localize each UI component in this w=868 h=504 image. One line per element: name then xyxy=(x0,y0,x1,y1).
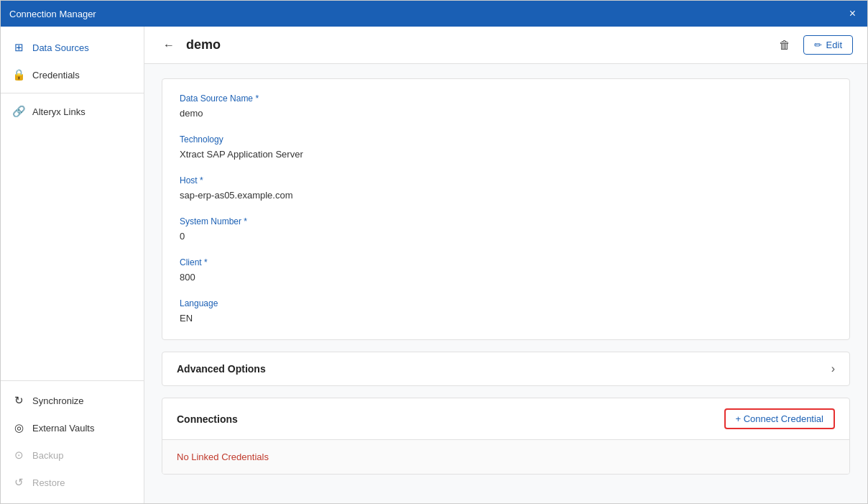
field-label-system-number: System Number * xyxy=(180,216,832,226)
sidebar: ⊞ Data Sources 🔒 Credentials 🔗 Alteryx L… xyxy=(1,27,144,503)
content-body: Data Source Name * demo Technology Xtrac… xyxy=(144,64,867,503)
sidebar-label-alteryx-links: Alteryx Links xyxy=(32,106,86,117)
edit-label: Edit xyxy=(826,40,842,50)
sidebar-label-data-sources: Data Sources xyxy=(32,42,89,53)
content-area: ← demo 🗑 ✏ Edit Dat xyxy=(144,27,867,503)
sidebar-item-restore: ↺ Restore xyxy=(1,469,144,496)
delete-icon: 🗑 xyxy=(779,39,790,51)
sidebar-item-external-vaults[interactable]: ◎ External Vaults xyxy=(1,414,144,441)
sidebar-item-backup: ⊙ Backup xyxy=(1,441,144,469)
sidebar-item-data-sources[interactable]: ⊞ Data Sources xyxy=(1,34,144,61)
field-value-name: demo xyxy=(180,106,832,120)
header-right: 🗑 ✏ Edit xyxy=(773,35,853,55)
field-label-name: Data Source Name * xyxy=(180,93,832,104)
field-group-host: Host * sap-erp-as05.example.com xyxy=(180,175,832,202)
content-header: ← demo 🗑 ✏ Edit xyxy=(144,27,867,64)
backup-icon: ⊙ xyxy=(12,449,25,462)
sidebar-top-group: ⊞ Data Sources 🔒 Credentials 🔗 Alteryx L… xyxy=(1,34,144,380)
back-button[interactable]: ← xyxy=(159,37,179,53)
field-label-host: Host * xyxy=(180,175,832,185)
connections-body: No Linked Credentials xyxy=(162,440,849,474)
field-group-name: Data Source Name * demo xyxy=(180,93,832,120)
field-group-language: Language EN xyxy=(180,298,832,325)
sidebar-item-credentials[interactable]: 🔒 Credentials xyxy=(1,61,144,88)
sidebar-label-external-vaults: External Vaults xyxy=(32,423,94,434)
connections-title: Connections xyxy=(177,413,238,425)
title-bar: Connection Manager × xyxy=(1,1,867,27)
advanced-options-row[interactable]: Advanced Options › xyxy=(162,352,850,386)
delete-button[interactable]: 🗑 xyxy=(773,36,796,55)
sidebar-label-restore: Restore xyxy=(32,477,65,488)
field-value-client: 800 xyxy=(180,270,832,284)
synchronize-icon: ↻ xyxy=(12,394,25,407)
field-label-language: Language xyxy=(180,298,832,308)
field-group-system-number: System Number * 0 xyxy=(180,216,832,243)
sidebar-item-synchronize[interactable]: ↻ Synchronize xyxy=(1,387,144,414)
field-value-language: EN xyxy=(180,311,832,325)
connection-manager-window: Connection Manager × ⊞ Data Sources 🔒 Cr… xyxy=(0,0,868,504)
field-label-client: Client * xyxy=(180,257,832,267)
sidebar-label-backup: Backup xyxy=(32,450,63,461)
connect-credential-button[interactable]: + Connect Credential xyxy=(724,408,836,429)
external-vaults-icon: ◎ xyxy=(12,421,25,434)
form-section: Data Source Name * demo Technology Xtrac… xyxy=(162,78,850,340)
advanced-options-label: Advanced Options xyxy=(177,363,266,375)
sidebar-bottom-group: ↻ Synchronize ◎ External Vaults ⊙ Backup… xyxy=(1,380,144,496)
field-label-technology: Technology xyxy=(180,134,832,145)
page-title: demo xyxy=(186,37,221,52)
no-linked-credentials-text: No Linked Credentials xyxy=(177,452,269,462)
restore-icon: ↺ xyxy=(12,476,25,489)
main-layout: ⊞ Data Sources 🔒 Credentials 🔗 Alteryx L… xyxy=(1,27,867,503)
header-left: ← demo xyxy=(159,37,221,53)
edit-button[interactable]: ✏ Edit xyxy=(803,35,853,55)
sidebar-label-credentials: Credentials xyxy=(32,70,80,81)
window-title: Connection Manager xyxy=(9,9,96,19)
field-value-technology: Xtract SAP Application Server xyxy=(180,147,832,161)
window-close-button[interactable]: × xyxy=(846,6,859,21)
field-value-system-number: 0 xyxy=(180,229,832,243)
field-group-client: Client * 800 xyxy=(180,257,832,284)
credentials-icon: 🔒 xyxy=(12,68,25,81)
sidebar-divider xyxy=(1,93,144,93)
field-group-technology: Technology Xtract SAP Application Server xyxy=(180,134,832,161)
data-sources-icon: ⊞ xyxy=(12,41,25,54)
sidebar-item-alteryx-links[interactable]: 🔗 Alteryx Links xyxy=(1,98,144,125)
edit-icon: ✏ xyxy=(814,40,822,50)
alteryx-links-icon: 🔗 xyxy=(12,105,25,118)
connections-header: Connections + Connect Credential xyxy=(162,398,849,440)
connections-section: Connections + Connect Credential No Link… xyxy=(162,398,850,475)
chevron-right-icon: › xyxy=(831,362,835,375)
field-value-host: sap-erp-as05.example.com xyxy=(180,188,832,202)
sidebar-label-synchronize: Synchronize xyxy=(32,395,84,406)
